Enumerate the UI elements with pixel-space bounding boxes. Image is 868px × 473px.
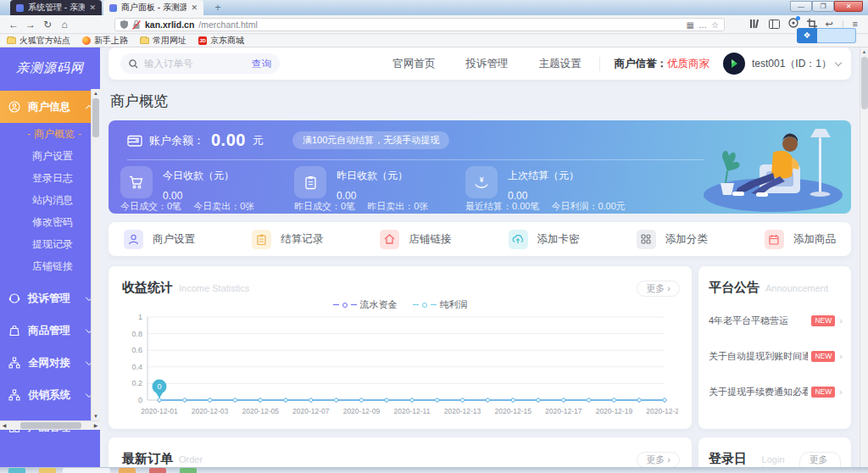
bookmark-getting-started[interactable]: 新手上路 bbox=[82, 35, 128, 47]
new-tab-button[interactable]: + bbox=[209, 2, 227, 14]
bookmark-jd-mall[interactable]: JD 京东商城 bbox=[198, 35, 244, 47]
scrollbar-thumb[interactable] bbox=[861, 57, 868, 109]
windows-taskbar[interactable] bbox=[0, 467, 868, 473]
quick-action-merchant-settings[interactable]: 商户设置 bbox=[124, 230, 195, 249]
bookmark-common-sites[interactable]: 常用网址 bbox=[140, 35, 186, 47]
announcement-item[interactable]: 关于提现手续费通知必看 NEW › bbox=[698, 381, 851, 403]
quick-action-shop-link[interactable]: 店铺链接 bbox=[380, 230, 451, 249]
sidebar-section-supply[interactable]: 供销系统 bbox=[0, 379, 100, 411]
browser-titlebar: 系统管理 - 亲测源码网 www.q ✕ 商户面板 - 亲测源码网 www.q … bbox=[0, 0, 868, 15]
avatar[interactable] bbox=[723, 53, 745, 75]
nav-theme-settings[interactable]: 主题设置 bbox=[523, 57, 596, 71]
site-logo[interactable]: 亲测源码网 bbox=[0, 47, 100, 89]
forward-icon[interactable]: → bbox=[22, 19, 39, 31]
cloud-extension-icon[interactable]: ❖ bbox=[797, 28, 817, 43]
stat-today-sub: 今日成交：0笔今日卖出：0张 bbox=[120, 200, 254, 213]
page-actions-icon[interactable]: … bbox=[698, 20, 707, 30]
scroll-left-icon[interactable]: ◀ bbox=[0, 421, 8, 430]
sidebar-item-shop-link[interactable]: 店铺链接 bbox=[0, 255, 100, 277]
browser-tab-system[interactable]: 系统管理 - 亲测源码网 www.q ✕ bbox=[10, 0, 102, 15]
clipboard-icon bbox=[304, 175, 317, 190]
svg-text:2020-12-19: 2020-12-19 bbox=[596, 407, 633, 415]
nav-official-home[interactable]: 官网首页 bbox=[377, 57, 450, 71]
user-menu[interactable]: test001（ID：1） bbox=[752, 57, 841, 71]
quick-action-add-product[interactable]: 添加商品 bbox=[765, 230, 836, 249]
page-scrollbar[interactable]: ▲ bbox=[860, 47, 868, 467]
home-icon[interactable]: ⌂ bbox=[56, 19, 73, 31]
sidebar-horizontal-scrollbar[interactable]: ◀ ▶ bbox=[0, 420, 100, 430]
extension-search-widget: ❖ bbox=[797, 28, 856, 43]
sidebar-item-change-password[interactable]: 修改密码 bbox=[0, 211, 100, 233]
extension-search-input[interactable] bbox=[817, 28, 856, 43]
scrollbar-thumb[interactable] bbox=[20, 422, 81, 429]
back-icon[interactable]: ← bbox=[5, 19, 22, 31]
scroll-down-icon[interactable]: ▼ bbox=[92, 412, 100, 420]
bookmark-star-icon[interactable]: ☆ bbox=[711, 20, 719, 30]
jd-icon: JD bbox=[198, 36, 207, 45]
announcements-card: 平台公告 Announcement 4年老平台平稳营运 NEW › 关于自动提现… bbox=[698, 266, 851, 429]
login-log-card: 登录日志 Login Log 更多 › bbox=[698, 437, 851, 467]
window-maximize-button[interactable]: ❐ bbox=[812, 1, 834, 12]
reload-icon[interactable]: ↻ bbox=[39, 19, 56, 31]
tab-close-icon[interactable]: ✕ bbox=[89, 3, 96, 12]
quick-action-add-category[interactable]: 添加分类 bbox=[637, 230, 708, 249]
nav-complaint-management[interactable]: 投诉管理 bbox=[450, 57, 523, 71]
quick-action-settlement-records[interactable]: 结算记录 bbox=[252, 230, 323, 249]
sidebar-section-merchant-info[interactable]: 商户信息 bbox=[0, 91, 100, 123]
scrollbar-thumb[interactable] bbox=[92, 98, 99, 137]
scroll-right-icon[interactable]: ▶ bbox=[92, 421, 100, 430]
sidebar-item-login-log[interactable]: 登录日志 bbox=[0, 167, 100, 189]
search-submit-button[interactable]: 查询 bbox=[252, 58, 271, 70]
stat-today-income: 今日收款（元） 0.00 bbox=[120, 166, 234, 202]
card-subtitle: Login Log bbox=[762, 454, 800, 467]
library-icon[interactable] bbox=[749, 19, 760, 29]
svg-text:2020-12-09: 2020-12-09 bbox=[343, 407, 381, 415]
card-title: 最新订单 bbox=[122, 451, 173, 467]
more-button[interactable]: 更多 › bbox=[637, 281, 680, 297]
scroll-up-icon[interactable]: ▲ bbox=[860, 47, 868, 56]
svg-text:¥: ¥ bbox=[480, 175, 484, 184]
sidebar-section-network[interactable]: 全网对接 bbox=[0, 347, 100, 379]
extension-glyph bbox=[788, 18, 798, 28]
browser-tab-merchant[interactable]: 商户面板 - 亲测源码网 www.q ✕ bbox=[103, 0, 203, 15]
announcement-item[interactable]: 4年老平台平稳营运 NEW › bbox=[698, 309, 851, 331]
sidebar-panel-icon[interactable] bbox=[769, 19, 780, 29]
sidebar-item-merchant-settings[interactable]: 商户设置 bbox=[0, 145, 100, 167]
svg-text:0.2: 0.2 bbox=[131, 379, 142, 387]
qr-code-icon[interactable]: ▦ bbox=[687, 20, 694, 30]
announcement-item[interactable]: 关于自动提现到账时间通知必看 NEW › bbox=[698, 345, 851, 367]
address-bar[interactable]: kan.xrlid.cn/merchant.html ▦ … ☆ bbox=[114, 18, 725, 31]
balance-unit: 元 bbox=[253, 133, 264, 148]
more-button[interactable]: 更多 › bbox=[637, 452, 680, 467]
main-content: 查询 官网首页 投诉管理 主题设置 商户信誉：优质商家 test001（ID：1… bbox=[100, 47, 860, 467]
legend-flow-funds[interactable]: 流水资金 bbox=[333, 298, 398, 311]
sidebar-item-merchant-overview[interactable]: -商户概览- bbox=[0, 123, 100, 145]
arrow-right-icon: › bbox=[839, 387, 843, 397]
svg-text:0.4: 0.4 bbox=[131, 363, 142, 371]
legend-net-profit[interactable]: 纯利润 bbox=[413, 298, 468, 311]
sidebar-item-withdraw-records[interactable]: 提现记录 bbox=[0, 233, 100, 255]
page-title: 商户概览 bbox=[110, 92, 168, 111]
sidebar-item-site-messages[interactable]: 站内消息 bbox=[0, 189, 100, 211]
scroll-up-icon[interactable]: ▲ bbox=[92, 89, 100, 97]
user-circle-icon bbox=[8, 101, 20, 113]
goods-bag-icon bbox=[8, 325, 20, 337]
sidebar-section-complaints[interactable]: 投诉管理 bbox=[0, 282, 100, 314]
wallet-icon bbox=[127, 134, 142, 147]
sidebar-vertical-scrollbar[interactable]: ▲ ▼ bbox=[91, 89, 100, 420]
legend-line-icon bbox=[351, 304, 357, 305]
more-button[interactable]: 更多 › bbox=[799, 452, 841, 467]
sidebar-section-goods[interactable]: 商品管理 bbox=[0, 314, 100, 347]
header-nav: 官网首页 投诉管理 主题设置 商户信誉：优质商家 test001（ID：1） bbox=[377, 53, 851, 75]
quick-action-add-card-key[interactable]: 添加卡密 bbox=[509, 230, 580, 249]
tracking-shield-icon bbox=[120, 20, 128, 29]
cloud-upload-icon bbox=[512, 234, 524, 244]
folder-icon bbox=[140, 37, 149, 44]
tab-close-icon[interactable]: ✕ bbox=[191, 3, 198, 12]
income-chart-svg: 00.20.40.60.812020-12-012020-12-032020-1… bbox=[119, 310, 678, 426]
order-search-input[interactable] bbox=[144, 58, 246, 69]
order-search[interactable]: 查询 bbox=[120, 53, 280, 74]
window-minimize-button[interactable]: — bbox=[790, 1, 812, 12]
window-close-button[interactable]: ✕ bbox=[834, 1, 863, 12]
bookmark-firefox-official[interactable]: 火狐官方站点 bbox=[7, 35, 70, 47]
